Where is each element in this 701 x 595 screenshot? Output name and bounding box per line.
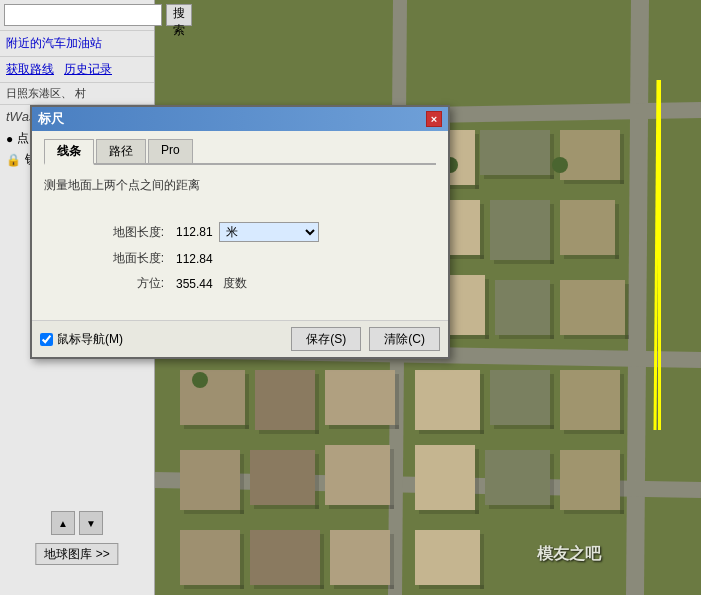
tab-line[interactable]: 线条: [44, 139, 94, 165]
dialog-footer: 鼠标导航(M) 保存(S) 清除(C): [32, 320, 448, 357]
search-row: 搜索: [0, 0, 154, 31]
search-button[interactable]: 搜索: [166, 4, 192, 26]
mouse-nav-label: 鼠标导航(M): [57, 331, 123, 348]
map-length-label: 地图长度:: [84, 224, 164, 241]
ground-length-value: 112.84: [176, 252, 213, 266]
dialog-titlebar: 标尺 ×: [32, 107, 448, 131]
unit-select[interactable]: 米 千米 英尺 英里 海里: [219, 222, 319, 242]
links-row: 获取路线 历史记录: [0, 57, 154, 83]
dialog-fields: 地图长度: 112.81 米 千米 英尺 英里 海里 地面长度: 112.84 …: [44, 214, 436, 312]
get-route-link[interactable]: 获取路线: [6, 61, 54, 78]
watermark-text: 模友之吧: [537, 544, 601, 565]
checkbox-row: 鼠标导航(M): [40, 331, 123, 348]
nav-up-button[interactable]: ▲: [51, 511, 75, 535]
dialog-close-button[interactable]: ×: [426, 111, 442, 127]
nav-arrows: ▲ ▼: [51, 511, 103, 535]
measurement-line: [658, 80, 661, 430]
nearby-text-row: 附近的汽车加油站: [0, 31, 154, 57]
dialog-title: 标尺: [38, 110, 64, 128]
nav-down-button[interactable]: ▼: [79, 511, 103, 535]
tab-path[interactable]: 路径: [96, 139, 146, 163]
ground-length-label: 地面长度:: [84, 250, 164, 267]
dialog-description: 测量地面上两个点之间的距离: [44, 173, 436, 198]
nearby-text: 附近的汽车加油站: [6, 35, 102, 52]
save-button[interactable]: 保存(S): [291, 327, 361, 351]
tab-pro[interactable]: Pro: [148, 139, 193, 163]
bearing-row: 方位: 355.44 度数: [84, 275, 436, 292]
history-link[interactable]: 历史记录: [64, 61, 112, 78]
ruler-dialog: 标尺 × 线条 路径 Pro 测量地面上两个点之间的距离 地图长度: 112.8…: [30, 105, 450, 359]
globe-btn-container: 地球图库 >>: [35, 543, 118, 565]
map-length-value: 112.81: [176, 225, 213, 239]
globe-library-button[interactable]: 地球图库 >>: [35, 543, 118, 565]
clear-button[interactable]: 清除(C): [369, 327, 440, 351]
bearing-label: 方位:: [84, 275, 164, 292]
dialog-tabs: 线条 路径 Pro: [44, 139, 436, 165]
ground-length-row: 地面长度: 112.84: [84, 250, 436, 267]
point-icon: ●: [6, 132, 13, 146]
address-text: 日照东港区、 村: [0, 83, 154, 105]
dialog-buttons: 保存(S) 清除(C): [291, 327, 440, 351]
bearing-unit: 度数: [223, 275, 247, 292]
lock-icon: 🔒: [6, 153, 21, 167]
mouse-nav-checkbox[interactable]: [40, 333, 53, 346]
search-input[interactable]: [4, 4, 162, 26]
bearing-value: 355.44: [176, 277, 213, 291]
point-label: 点: [17, 130, 29, 147]
dialog-body: 线条 路径 Pro 测量地面上两个点之间的距离 地图长度: 112.81 米 千…: [32, 131, 448, 320]
map-length-row: 地图长度: 112.81 米 千米 英尺 英里 海里: [84, 222, 436, 242]
